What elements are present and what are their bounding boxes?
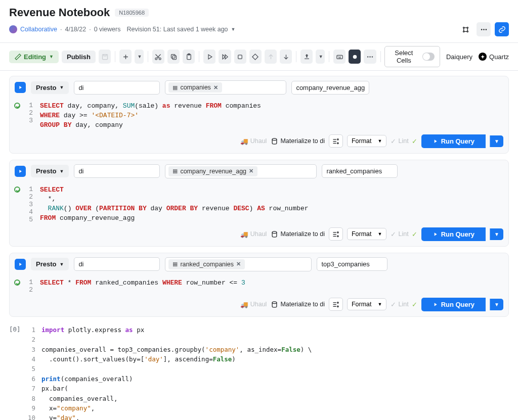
cell-exec-count: [0] xyxy=(9,325,26,420)
output-name-input[interactable]: company_revenue_agg xyxy=(291,81,369,95)
svg-rect-16 xyxy=(336,55,342,59)
uhaul-label: 🚚 Uhaul xyxy=(240,230,267,238)
toolbar-more-button[interactable] xyxy=(364,50,376,64)
select-cells-toggle[interactable]: Select Cells xyxy=(384,46,440,67)
materialize-settings-icon[interactable] xyxy=(329,134,343,148)
table-icon: ▦ xyxy=(172,84,178,91)
sql-cell: Presto▼ di ▦ranked_companies✕ top3_compa… xyxy=(9,253,509,317)
stop-button[interactable] xyxy=(234,50,246,64)
main-toolbar: Editing▼ Publish ▼ ▼ xyxy=(0,42,518,71)
format-button[interactable]: Format▼ xyxy=(347,135,387,147)
svg-point-6 xyxy=(485,29,487,30)
add-cell-dropdown[interactable]: ▼ xyxy=(135,50,144,64)
svg-point-25 xyxy=(273,138,277,140)
run-query-button[interactable]: Run Query xyxy=(421,298,486,311)
move-down-button[interactable] xyxy=(280,50,292,64)
copy-button[interactable] xyxy=(167,50,180,64)
svg-point-27 xyxy=(337,143,339,144)
revision-dropdown[interactable]: Revision 51: Last saved 1 week ago▼ xyxy=(126,26,235,33)
code-editor[interactable]: 123 SELECT day, company, SUM(sale) as re… xyxy=(10,99,508,132)
sql-cell: Presto▼ di ▦ companies ✕ company_revenue… xyxy=(9,76,509,154)
namespace-input[interactable]: di xyxy=(74,81,160,95)
code-editor[interactable]: 12345 SELECT *, RANK() OVER (PARTITION B… xyxy=(10,182,508,225)
materialize-button[interactable]: Materialize to di xyxy=(271,137,325,145)
format-button[interactable]: Format▼ xyxy=(347,228,387,240)
input-tables-box[interactable]: ▦ranked_companies✕ xyxy=(165,257,312,271)
add-cell-button[interactable] xyxy=(119,50,132,64)
svg-rect-10 xyxy=(172,56,177,60)
svg-point-32 xyxy=(337,302,339,303)
run-cell-button[interactable] xyxy=(203,50,215,64)
run-query-dropdown[interactable]: ▼ xyxy=(490,299,503,310)
quartz-link[interactable]: ✦Quartz xyxy=(479,53,509,61)
materialize-settings-icon[interactable] xyxy=(329,298,343,311)
run-cell-chip[interactable] xyxy=(15,259,26,270)
engine-selector[interactable]: Presto▼ xyxy=(31,165,69,177)
input-tables-box[interactable]: ▦company_revenue_agg✕ xyxy=(165,164,317,178)
svg-point-0 xyxy=(463,27,464,28)
run-query-dropdown[interactable]: ▼ xyxy=(490,228,503,240)
daiquery-link[interactable]: Daiquery xyxy=(446,53,472,61)
svg-point-22 xyxy=(367,56,369,58)
format-button[interactable]: Format▼ xyxy=(347,298,387,310)
run-query-button[interactable]: Run Query xyxy=(421,134,486,148)
materialize-button[interactable]: Materialize to di xyxy=(271,301,325,308)
avatar[interactable] xyxy=(9,25,17,33)
publish-button[interactable]: Publish xyxy=(62,51,96,63)
uhaul-label: 🚚 Uhaul xyxy=(240,301,267,308)
input-table-chip[interactable]: ▦ranked_companies✕ xyxy=(168,259,245,269)
more-menu-button[interactable] xyxy=(477,22,491,36)
input-table-chip[interactable]: ▦company_revenue_agg✕ xyxy=(168,166,257,176)
notebook-meta: Collaborative · 4/18/22 · 0 viewers Revi… xyxy=(9,25,236,33)
copy-link-button[interactable] xyxy=(495,22,509,36)
svg-point-8 xyxy=(155,58,157,60)
svg-point-2 xyxy=(463,31,464,32)
materialize-button[interactable]: Materialize to di xyxy=(271,230,325,238)
editing-mode-button[interactable]: Editing▼ xyxy=(9,51,59,63)
materialize-settings-icon[interactable] xyxy=(329,227,343,241)
svg-rect-20 xyxy=(338,57,341,58)
paste-button[interactable] xyxy=(183,50,195,64)
move-up-button[interactable] xyxy=(265,50,277,64)
svg-point-26 xyxy=(337,138,339,140)
run-query-button[interactable]: Run Query xyxy=(421,227,486,241)
run-cell-chip[interactable] xyxy=(15,82,26,93)
upload-button[interactable] xyxy=(300,50,313,64)
tag-button[interactable] xyxy=(249,50,262,64)
namespace-input[interactable]: di xyxy=(74,257,160,271)
remove-chip-icon[interactable]: ✕ xyxy=(213,84,218,91)
theme-toggle-button[interactable] xyxy=(349,50,361,64)
status-ok-icon xyxy=(14,103,20,109)
upload-dropdown[interactable]: ▼ xyxy=(316,50,325,64)
svg-point-24 xyxy=(372,56,373,58)
python-code[interactable]: import plotly.express as px companies_ov… xyxy=(41,325,312,420)
python-cell[interactable]: [0] 123456789101112 import plotly.expres… xyxy=(0,322,518,420)
remove-chip-icon[interactable]: ✕ xyxy=(249,168,253,174)
run-cell-chip[interactable] xyxy=(15,166,26,177)
remove-chip-icon[interactable]: ✕ xyxy=(236,261,241,267)
output-name-input[interactable]: top3_companies xyxy=(317,257,387,271)
save-icon[interactable] xyxy=(99,50,111,64)
share-graph-icon[interactable] xyxy=(458,22,472,36)
keyboard-icon[interactable] xyxy=(333,50,346,64)
engine-selector[interactable]: Presto▼ xyxy=(31,258,69,270)
input-tables-box[interactable]: ▦ companies ✕ xyxy=(165,80,286,95)
run-query-dropdown[interactable]: ▼ xyxy=(490,135,503,147)
namespace-input[interactable]: di xyxy=(74,164,160,178)
svg-rect-15 xyxy=(305,58,309,59)
collaborative-link[interactable]: Collaborative xyxy=(20,26,57,33)
lint-status: ✓ Lint ✓ xyxy=(391,301,417,308)
svg-point-4 xyxy=(481,29,482,30)
notebook-id-badge: N1805968 xyxy=(115,9,149,17)
svg-rect-18 xyxy=(339,56,339,57)
svg-point-5 xyxy=(483,29,485,30)
engine-selector[interactable]: Presto▼ xyxy=(31,81,69,94)
code-editor[interactable]: 12 SELECT * FROM ranked_companies WHERE … xyxy=(10,275,508,296)
input-table-chip[interactable]: ▦ companies ✕ xyxy=(168,82,222,92)
cut-button[interactable] xyxy=(152,50,164,64)
output-name-input[interactable]: ranked_companies xyxy=(322,164,398,178)
run-all-button[interactable] xyxy=(219,50,231,64)
notebook-title: Revenue Notebook xyxy=(9,6,110,19)
sql-cell: Presto▼ di ▦company_revenue_agg✕ ranked_… xyxy=(9,160,509,247)
viewers-count: 0 viewers xyxy=(94,26,121,33)
